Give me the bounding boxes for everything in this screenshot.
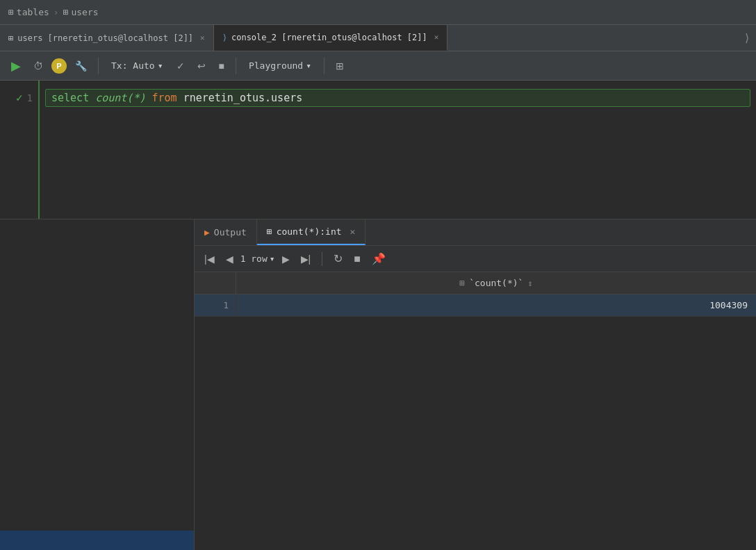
line-number-1: ✓ 1 (6, 89, 33, 107)
table-row[interactable]: 1 1004309 (195, 294, 756, 317)
result-panel: ▶ Output ⊞ count(*):int ✕ |◀ ◀ 1 row ▾ ▶… (195, 219, 756, 550)
line-num-1: 1 (27, 89, 33, 107)
first-page-button[interactable]: |◀ (200, 252, 219, 266)
count-tab-label: count(*):int (277, 226, 342, 237)
code-editor[interactable]: select count(*) from rneretin_otus.users (38, 81, 756, 219)
history-button[interactable]: ⏱ (29, 58, 47, 74)
grid-header-count[interactable]: ⊞ `count(*)` ⇕ (236, 272, 756, 294)
grid-icon: ⊞ (336, 60, 344, 72)
tab-console-close[interactable]: ✕ (434, 33, 439, 42)
tx-label: Tx: Auto (111, 60, 155, 71)
sort-icon[interactable]: ⇕ (527, 278, 532, 288)
tab-console[interactable]: ⟩ console_2 [rneretin_otus@localhost [2]… (214, 25, 448, 51)
left-panel-accent (0, 531, 194, 550)
separator-3 (324, 58, 324, 74)
page-chevron-icon: ▾ (270, 253, 275, 264)
tab-overflow-btn[interactable]: ⟩ (738, 25, 756, 51)
table-icon-result: ⊞ (267, 226, 272, 237)
output-tab-label: Output (214, 227, 247, 238)
tx-dropdown[interactable]: Tx: Auto ▾ (106, 58, 168, 73)
grid-cell-rownum-1: 1 (195, 294, 236, 316)
grid-col-label: `count(*)` (469, 278, 523, 288)
grid-col-icon: ⊞ (459, 278, 465, 288)
commit-button[interactable]: ✓ (172, 58, 189, 74)
tab-users-close[interactable]: ✕ (200, 33, 205, 42)
code-line-1[interactable]: select count(*) from rneretin_otus.users (45, 89, 750, 107)
separator-2 (236, 58, 236, 74)
output-icon: ▶ (204, 227, 210, 238)
playground-dropdown[interactable]: Playground ▾ (243, 58, 317, 73)
breadcrumb-tables[interactable]: tables (17, 7, 49, 17)
stop-button[interactable]: ■ (214, 58, 228, 74)
tab-users-label: users [rneretin_otus@localhost [2]] (17, 33, 193, 43)
pagination-bar: |◀ ◀ 1 row ▾ ▶ ▶| ↻ ■ 📌 (195, 246, 756, 272)
table-reference: rneretin_otus.users (183, 89, 303, 107)
grid-cell-value-1: 1004309 (236, 294, 756, 316)
undo-icon: ↩ (197, 60, 206, 72)
console-icon-tab2: ⟩ (222, 33, 227, 42)
function-count: count(*) (95, 89, 145, 107)
page-info[interactable]: 1 row ▾ (240, 253, 275, 264)
line-check-icon: ✓ (16, 89, 23, 107)
pin-button[interactable]: 📌 (368, 251, 390, 267)
playground-chevron-icon: ▾ (306, 60, 311, 71)
user-button[interactable]: P (51, 58, 67, 74)
pg-separator (322, 252, 322, 266)
bottom-panel: ▶ Output ⊞ count(*):int ✕ |◀ ◀ 1 row ▾ ▶… (0, 219, 756, 550)
rollback-button[interactable]: ↩ (193, 58, 210, 74)
refresh-button[interactable]: ↻ (329, 251, 347, 267)
prev-page-button[interactable]: ◀ (222, 252, 238, 266)
breadcrumb-separator: › (54, 7, 59, 17)
table-icon-tab1: ⊞ (8, 33, 13, 43)
wrench-icon: 🔧 (75, 60, 87, 72)
keyword-select: select (51, 89, 95, 107)
check-icon: ✓ (176, 60, 185, 72)
next-page-button[interactable]: ▶ (278, 252, 294, 266)
grid-header: ⊞ `count(*)` ⇕ (195, 272, 756, 294)
keyword-space2 (177, 89, 183, 107)
count-tab[interactable]: ⊞ count(*):int ✕ (257, 219, 366, 245)
line-numbers: ✓ 1 (0, 81, 38, 219)
history-icon: ⏱ (33, 60, 43, 72)
settings-button[interactable]: 🔧 (71, 58, 91, 74)
count-tab-close[interactable]: ✕ (350, 226, 356, 237)
tab-bar: ⊞ users [rneretin_otus@localhost [2]] ✕ … (0, 25, 756, 51)
result-tab-bar: ▶ Output ⊞ count(*):int ✕ (195, 219, 756, 246)
table-icon: ⊞ (8, 7, 14, 17)
tab-console-label: console_2 [rneretin_otus@localhost [2]] (231, 33, 427, 42)
left-panel (0, 219, 195, 550)
separator-1 (98, 58, 99, 74)
breadcrumb-users[interactable]: users (71, 7, 98, 17)
page-info-text: 1 row (240, 253, 268, 264)
toolbar: ▶ ⏱ P 🔧 Tx: Auto ▾ ✓ ↩ ■ Playground ▾ ⊞ (0, 51, 756, 81)
breadcrumb-bar: ⊞ tables › ⊞ users (0, 0, 756, 25)
keyword-space (145, 89, 151, 107)
keyword-from: from (152, 89, 177, 107)
cancel-load-button[interactable]: ■ (350, 251, 365, 267)
tab-users[interactable]: ⊞ users [rneretin_otus@localhost [2]] ✕ (0, 25, 214, 51)
playground-label: Playground (249, 60, 303, 71)
table-icon-2: ⊞ (63, 7, 69, 17)
output-tab[interactable]: ▶ Output (195, 219, 257, 245)
last-page-button[interactable]: ▶| (297, 252, 315, 266)
grid-view-button[interactable]: ⊞ (331, 58, 348, 74)
stop-icon: ■ (218, 60, 224, 72)
play-button[interactable]: ▶ (7, 56, 25, 76)
data-grid: ⊞ `count(*)` ⇕ 1 1004309 (195, 272, 756, 550)
grid-header-rownum (195, 272, 236, 294)
editor-area: ✓ 1 select count(*) from rneretin_otus.u… (0, 81, 756, 219)
tx-chevron-icon: ▾ (158, 60, 163, 71)
chevron-right-icon: ⟩ (743, 31, 750, 44)
